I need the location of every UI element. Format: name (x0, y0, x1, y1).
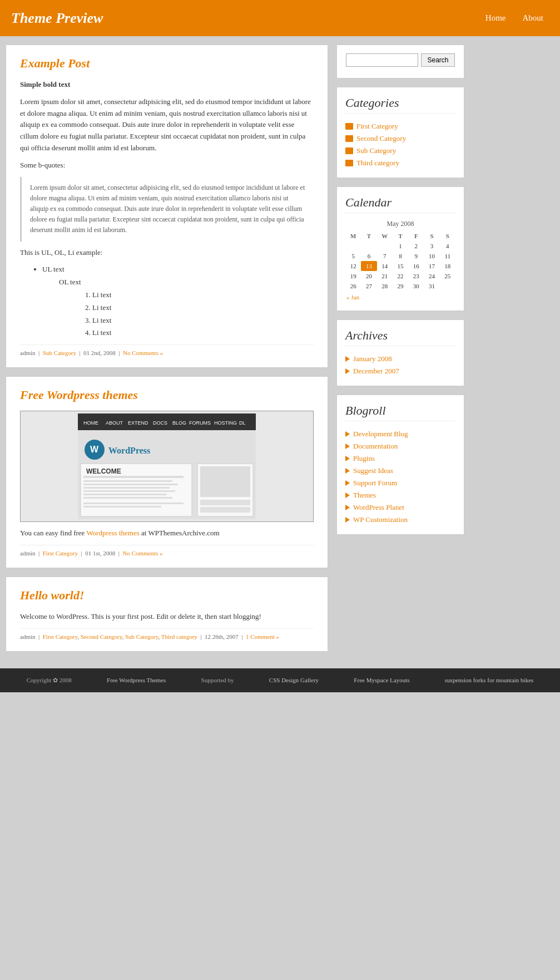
blogroll-dev-blog[interactable]: Development Blog (353, 430, 408, 439)
svg-text:ABOUT: ABOUT (106, 420, 123, 426)
wordpress-themes-link[interactable]: Wordpress themes (86, 529, 139, 537)
blogroll-themes[interactable]: Themes (353, 491, 376, 500)
blogroll-item: Suggest Ideas (345, 465, 455, 477)
meta-date: 01 2nd, 2008 (83, 349, 116, 356)
calendar-widget: Calendar May 2008 M T W T F S S (336, 186, 464, 311)
li-item-3: Li text (92, 315, 314, 327)
post-body-3: Welcome to WordPress. This is your first… (20, 611, 314, 623)
cal-header-w: W (377, 231, 393, 241)
categories-widget: Categories First Category Second Categor… (336, 87, 464, 178)
svg-rect-18 (83, 484, 178, 485)
svg-rect-16 (83, 476, 184, 478)
blogroll-item: WP Customization (345, 514, 455, 526)
meta-date-2: 01 1st, 2008 (85, 550, 115, 557)
cal-row: 1 2 3 4 (345, 241, 455, 251)
arrow-icon (345, 456, 350, 461)
svg-rect-21 (83, 494, 167, 495)
ul-list: UL text OL text Li text Li text Li text … (42, 264, 314, 339)
cal-header-m: M (345, 231, 361, 241)
meta-comments-2[interactable]: No Comments » (122, 550, 162, 557)
ul-item: UL text (42, 264, 314, 275)
search-button[interactable]: Search (421, 53, 454, 67)
svg-text:FORUMS: FORUMS (189, 420, 211, 426)
li-item-4: Li text (92, 327, 314, 339)
nav-home[interactable]: Home (480, 11, 512, 26)
svg-rect-24 (83, 506, 161, 508)
blogroll-support-forum[interactable]: Support Forum (353, 479, 397, 487)
archive-item: December 2007 (345, 365, 455, 377)
meta-cat-second[interactable]: Second Category (81, 633, 122, 640)
blogroll-item: WordPress Planet (345, 501, 455, 514)
cal-header-f: F (408, 231, 424, 241)
nav-about[interactable]: About (517, 11, 549, 26)
wp-svg: HOME ABOUT EXTEND DOCS BLOG FORUMS HOSTI… (78, 413, 256, 519)
meta-category[interactable]: Sub Category (43, 349, 76, 356)
blogroll-documentation[interactable]: Documentation (353, 442, 398, 451)
blogroll-wp-customization[interactable]: WP Customization (353, 515, 408, 524)
blogroll-wp-planet[interactable]: WordPress Planet (353, 503, 404, 512)
cal-header-s: S (424, 231, 439, 241)
category-link-second[interactable]: Second Category (356, 134, 406, 143)
svg-text:DL: DL (239, 420, 246, 426)
meta-category-2[interactable]: First Category (43, 550, 78, 557)
post-title-3: Hello world! (20, 588, 314, 603)
svg-text:BLOG: BLOG (172, 420, 186, 426)
calendar-table: M T W T F S S 1 2 (345, 231, 455, 302)
arrow-icon (345, 431, 350, 437)
meta-comments[interactable]: No Comments » (123, 349, 163, 356)
search-widget: Search (336, 45, 464, 78)
meta-author: admin (20, 349, 36, 356)
archive-jan-2008[interactable]: January 2008 (353, 354, 392, 363)
post-title-2: Free Wordpress themes (20, 388, 314, 402)
archive-dec-2007[interactable]: December 2007 (353, 367, 399, 376)
svg-rect-17 (83, 480, 172, 482)
archive-list: January 2008 December 2007 (345, 353, 455, 377)
arrow-icon (345, 356, 350, 362)
para1: Lorem ipsum dolor sit amet, consectetur … (20, 96, 314, 154)
blockquote: Lorem ipsum dolor sit amet, consectetur … (20, 177, 314, 242)
svg-rect-22 (83, 497, 172, 499)
search-input[interactable] (346, 53, 418, 67)
meta-cat-third[interactable]: Third category (161, 633, 197, 640)
archive-item: January 2008 (345, 353, 455, 365)
svg-rect-19 (83, 487, 170, 489)
cal-row: 19 20 21 22 23 24 25 (345, 271, 455, 281)
cal-prev-link[interactable]: « Jan (346, 294, 359, 301)
footer-link-css-gallery[interactable]: CSS Design Gallery (269, 677, 319, 683)
post-body-2: HOME ABOUT EXTEND DOCS BLOG FORUMS HOSTI… (20, 411, 314, 539)
category-item: Third category (345, 157, 455, 169)
post-title: Example Post (20, 56, 314, 71)
site-header: Theme Preview Home About (0, 0, 560, 36)
categories-title: Categories (345, 96, 455, 114)
category-item: Sub Category (345, 145, 455, 157)
footer-link-suspension[interactable]: suspension forks for mountain bikes (445, 677, 533, 683)
svg-text:EXTEND: EXTEND (128, 420, 148, 426)
blogroll-item: Documentation (345, 440, 455, 452)
blogroll-suggest-ideas[interactable]: Suggest Ideas (353, 466, 393, 475)
folder-icon (345, 147, 353, 154)
arrow-icon (345, 368, 350, 374)
meta-cat-sub[interactable]: Sub Category (125, 633, 158, 640)
meta-cat-first[interactable]: First Category (43, 633, 78, 640)
li-list: Li text Li text Li text Li text (92, 289, 314, 339)
cal-row: 5 6 7 8 9 10 11 (345, 251, 455, 261)
post3-body: Welcome to WordPress. This is your first… (20, 611, 314, 623)
page-wrapper: Example Post Simple bold text Lorem ipsu… (0, 36, 560, 668)
sidebar: Search Categories First Category Second … (336, 45, 464, 660)
svg-text:WELCOME: WELCOME (86, 467, 121, 475)
blogroll-plugins[interactable]: Plugins (353, 454, 375, 463)
footer-link-free-themes[interactable]: Free Wordpress Themes (107, 677, 166, 683)
cal-row: 12 13 14 15 16 17 18 (345, 261, 455, 271)
category-link-third[interactable]: Third category (356, 159, 399, 168)
arrow-icon (345, 468, 350, 474)
category-link-first[interactable]: First Category (356, 122, 398, 131)
folder-icon (345, 123, 353, 130)
category-link-sub[interactable]: Sub Category (356, 146, 396, 155)
ol-item: OL text (59, 277, 314, 288)
li-item-2: Li text (92, 302, 314, 314)
meta-date-3: 12 26th, 2007 (205, 633, 239, 640)
blogroll-widget: Blogroll Development Blog Documentation … (336, 395, 464, 535)
footer-link-myspace[interactable]: Free Myspace Layouts (354, 677, 409, 683)
blogroll-item: Development Blog (345, 428, 455, 440)
meta-comments-3[interactable]: 1 Comment » (246, 633, 279, 640)
